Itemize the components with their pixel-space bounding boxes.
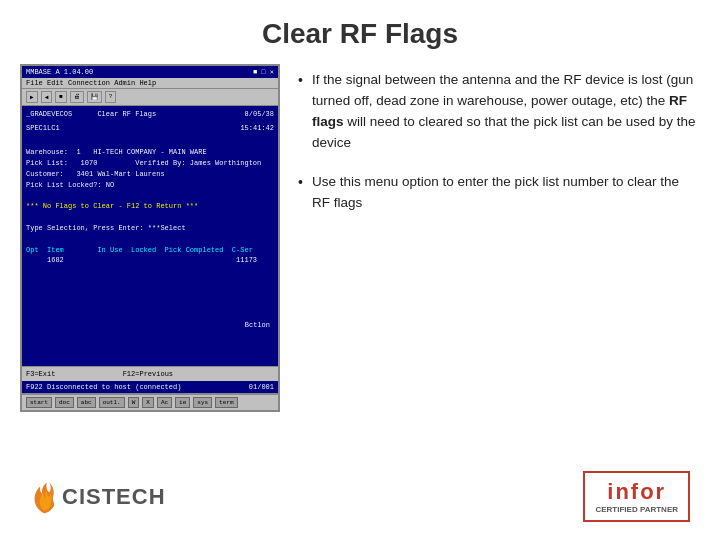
picklist-line: Pick List: 1070 Verified By: James Worth… [26, 159, 274, 169]
bullet-text-2: Use this menu option to enter the pick l… [298, 172, 700, 214]
app-name: _GRADEVECOS Clear RF Flags [26, 110, 156, 120]
taskbar-outlook[interactable]: outl. [99, 397, 125, 408]
screen-header: _GRADEVECOS Clear RF Flags 8/05/38 [26, 110, 274, 120]
bullet2-part1: Use this menu option to enter the pick l… [312, 174, 679, 210]
blank-line8 [26, 300, 274, 310]
screenshot-toolbar: ▶ ◀ ■ 🖨 💾 ? [22, 89, 278, 106]
type-select-line: Type Selection, Press Enter: ***Select [26, 224, 274, 234]
taskbar-abc[interactable]: abc [77, 397, 96, 408]
screenshot-taskbar: start doc abc outl. W X Ac ie sys term [22, 393, 278, 410]
page-title: Clear RF Flags [0, 0, 720, 64]
screenshot-panel: MMBASE A 1.04.00 ■ □ ✕ File Edit Connect… [20, 64, 280, 412]
blank-line7 [26, 289, 274, 299]
taskbar-excel[interactable]: X [142, 397, 154, 408]
toolbar-btn3[interactable]: ■ [55, 91, 67, 103]
screen-header2: SPEC1LC1 15:41:42 [26, 124, 274, 134]
cistech-logo: CISTECH [30, 479, 166, 515]
toolbar-btn1[interactable]: ▶ [26, 91, 38, 103]
blank-line4 [26, 235, 274, 245]
warehouse-line: Warehouse: 1 HI-TECH COMPANY - MAIN WARE [26, 148, 274, 158]
toolbar-btn5[interactable]: 💾 [87, 91, 102, 103]
text-panel: If the signal between the antenna and th… [298, 64, 700, 412]
blank-line [26, 138, 274, 148]
screenshot-footer: F3=Exit F12=Previous [22, 366, 278, 381]
taskbar-sys[interactable]: sys [193, 397, 212, 408]
connection-status: F922 Disconnected to host (connected) [26, 383, 181, 391]
bullet1-part2: will need to cleared so that the pick li… [312, 114, 695, 150]
bullet1-part1: If the signal between the antenna and th… [312, 72, 693, 108]
infor-logo-box: infor CERTIFIED PARTNER [583, 471, 690, 522]
customer-line: Customer: 3401 Wal-Mart Laurens [26, 170, 274, 180]
taskbar-doc[interactable]: doc [55, 397, 74, 408]
taskbar-explorer[interactable]: ie [175, 397, 190, 408]
screenshot-body: _GRADEVECOS Clear RF Flags 8/05/38 SPEC1… [22, 106, 278, 366]
titlebar-controls[interactable]: ■ □ ✕ [253, 68, 274, 76]
taskbar-word[interactable]: W [128, 397, 140, 408]
locked-line: Pick List Locked?: NO [26, 181, 274, 191]
time-display: 15:41:42 [240, 124, 274, 134]
taskbar-term[interactable]: term [215, 397, 237, 408]
blank-line9 [26, 310, 274, 320]
screenshot-menubar[interactable]: File Edit Connection Admin Help [22, 78, 278, 89]
date-display: 8/05/38 [245, 110, 274, 120]
f3-key[interactable]: F3=Exit [26, 370, 55, 378]
col-headers: Opt Item In Use Locked Pick Completed C-… [26, 246, 274, 256]
bullet-text-1: If the signal between the antenna and th… [298, 70, 700, 154]
data-row: 1682 11173 [26, 256, 274, 266]
screenshot-titlebar: MMBASE A 1.04.00 ■ □ ✕ [22, 66, 278, 78]
infor-name: infor [607, 479, 666, 505]
logo-bar: CISTECH infor CERTIFIED PARTNER [0, 471, 720, 522]
bullet-block-1: If the signal between the antenna and th… [298, 70, 700, 154]
content-area: MMBASE A 1.04.00 ■ □ ✕ File Edit Connect… [0, 64, 720, 412]
toolbar-btn6[interactable]: ? [105, 91, 117, 103]
screenshot-statusbar: F922 Disconnected to host (connected) 01… [22, 381, 278, 393]
blank-line5 [26, 267, 274, 277]
cistech-flame-icon [30, 479, 58, 515]
titlebar-text: MMBASE A 1.04.00 [26, 68, 93, 76]
f12-key[interactable]: F12=Previous [123, 370, 173, 378]
toolbar-btn2[interactable]: ◀ [41, 91, 53, 103]
blank-line2 [26, 192, 274, 202]
infor-certified: CERTIFIED PARTNER [595, 505, 678, 514]
cistech-name: CISTECH [62, 484, 166, 510]
toolbar-btn4[interactable]: 🖨 [70, 91, 84, 103]
blank-line3 [26, 213, 274, 223]
bullet-block-2: Use this menu option to enter the pick l… [298, 172, 700, 214]
spec-label: SPEC1LC1 [26, 124, 60, 134]
bctlon-label: Bctlon [26, 321, 274, 331]
taskbar-access[interactable]: Ac [157, 397, 172, 408]
taskbar-start[interactable]: start [26, 397, 52, 408]
blank-line6 [26, 278, 274, 288]
page-indicator: 01/001 [249, 383, 274, 391]
flags-msg: *** No Flags to Clear - F12 to Return **… [26, 202, 274, 212]
